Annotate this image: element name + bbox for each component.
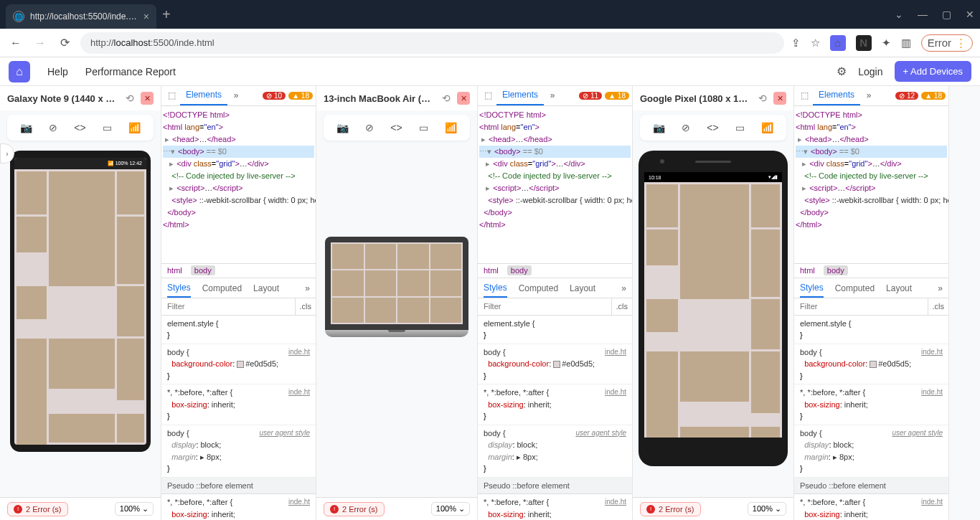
login-link[interactable]: Login — [858, 66, 882, 77]
tab-computed[interactable]: Computed — [835, 283, 875, 293]
dom-tree[interactable]: <!DOCTYPE html> <html lang="en"> ▸<head>… — [794, 106, 948, 263]
filter-input[interactable] — [478, 298, 611, 315]
tab-layout[interactable]: Layout — [886, 283, 912, 293]
performance-link[interactable]: Performance Report — [85, 66, 176, 77]
camera-icon[interactable]: 📷 — [336, 122, 349, 133]
device-toolbar: 📷 ⊘ <> ▭ 📶 — [640, 115, 786, 141]
device-header: Galaxy Note 9 (1440 x 2… ⟲ ✕ — [0, 86, 161, 110]
extensions-icon[interactable]: ✦ — [882, 37, 891, 49]
error-count[interactable]: ⊘ 12 — [895, 92, 918, 100]
error-badge[interactable]: Error⋮ — [921, 34, 973, 52]
no-touch-icon[interactable]: ⊘ — [49, 122, 57, 133]
more-icon[interactable]: » — [621, 283, 626, 293]
code-icon[interactable]: <> — [707, 122, 718, 133]
tab-styles[interactable]: Styles — [167, 283, 191, 298]
dom-tree[interactable]: <!DOCTYPE html> <html lang="en"> ▸<head>… — [478, 106, 632, 263]
filter-input[interactable] — [161, 298, 295, 315]
more-tabs-icon[interactable]: » — [229, 90, 243, 100]
inspect-icon[interactable]: ⬚ — [481, 90, 495, 100]
error-pill[interactable]: !2 Error (s) — [640, 502, 701, 516]
maximize-icon[interactable]: ▢ — [942, 9, 951, 20]
tab-styles[interactable]: Styles — [484, 283, 507, 298]
error-count[interactable]: ⊘ 11 — [579, 92, 602, 100]
app-header: ⌂ Help Performance Report ⚙ Login + Add … — [0, 57, 980, 86]
tab-layout[interactable]: Layout — [253, 283, 279, 293]
more-tabs-icon[interactable]: » — [862, 90, 876, 100]
share-icon[interactable]: ⇪ — [791, 37, 801, 49]
zoom-select[interactable]: 100% ⌄ — [115, 502, 154, 516]
more-tabs-icon[interactable]: » — [545, 90, 560, 100]
breadcrumb[interactable]: htmlbody — [478, 263, 632, 279]
tab-layout[interactable]: Layout — [570, 283, 595, 293]
device-footer: !2 Error (s) 100% ⌄ — [0, 497, 161, 520]
video-icon[interactable]: ▭ — [419, 122, 428, 133]
inspect-icon[interactable]: ⬚ — [797, 90, 811, 100]
extension-icon[interactable]: ⌂ — [830, 35, 846, 51]
more-icon[interactable]: » — [305, 283, 310, 293]
breadcrumb[interactable]: htmlbody — [794, 263, 948, 279]
tab-elements[interactable]: Elements — [813, 86, 860, 105]
zoom-select[interactable]: 100% ⌄ — [748, 502, 786, 516]
help-link[interactable]: Help — [47, 66, 68, 77]
cls-toggle[interactable]: .cls — [295, 298, 316, 315]
back-button[interactable]: ← — [7, 37, 24, 49]
address-bar[interactable]: http://localhost:5500/inde.html — [80, 32, 784, 54]
code-icon[interactable]: <> — [390, 122, 402, 133]
no-touch-icon[interactable]: ⊘ — [365, 122, 374, 133]
styles-pane[interactable]: element.style {} inde.htbody { backgroun… — [794, 316, 948, 520]
extension-icon[interactable]: N — [856, 35, 872, 51]
reload-button[interactable]: ⟳ — [56, 36, 73, 49]
warn-count[interactable]: ▲ 18 — [288, 92, 313, 100]
sidepanel-icon[interactable]: ▥ — [901, 37, 911, 49]
warn-count[interactable]: ▲ 18 — [605, 92, 629, 100]
styles-pane[interactable]: element.style {} inde.htbody { backgroun… — [478, 316, 632, 520]
bookmark-icon[interactable]: ☆ — [811, 37, 820, 49]
dom-tree[interactable]: <!DOCTYPE html> <html lang="en"> ▸<head>… — [161, 106, 316, 263]
minimize-icon[interactable]: — — [918, 9, 928, 20]
code-icon[interactable]: <> — [74, 122, 85, 133]
inspect-icon[interactable]: ⬚ — [164, 90, 179, 100]
tab-computed[interactable]: Computed — [202, 283, 242, 293]
home-icon[interactable]: ⌂ — [9, 61, 30, 82]
error-pill[interactable]: !2 Error (s) — [7, 502, 68, 516]
filter-row: .cls — [794, 298, 948, 316]
gear-icon[interactable]: ⚙ — [837, 65, 847, 78]
rotate-icon[interactable]: ⟲ — [440, 92, 453, 105]
tab-elements[interactable]: Elements — [496, 86, 544, 105]
close-device-button[interactable]: ✕ — [773, 92, 786, 105]
warn-count[interactable]: ▲ 18 — [921, 92, 946, 100]
new-tab-button[interactable]: + — [162, 6, 171, 23]
chevron-down-icon[interactable]: ⌄ — [895, 9, 903, 20]
add-devices-button[interactable]: + Add Devices — [895, 61, 971, 82]
wifi-icon[interactable]: 📶 — [761, 122, 773, 133]
video-icon[interactable]: ▭ — [735, 122, 745, 133]
video-icon[interactable]: ▭ — [103, 122, 112, 133]
cls-toggle[interactable]: .cls — [611, 298, 633, 315]
pixel-frame: 10:18▾◢▮ — [639, 151, 788, 466]
filter-row: .cls — [478, 298, 632, 316]
zoom-select[interactable]: 100% ⌄ — [431, 502, 470, 516]
styles-pane[interactable]: element.style {} inde.htbody { backgroun… — [161, 316, 316, 520]
rotate-icon[interactable]: ⟲ — [756, 92, 769, 105]
camera-icon[interactable]: 📷 — [653, 122, 665, 133]
browser-tab[interactable]: 🌐 http://localhost:5500/inde.html × — [6, 4, 156, 29]
breadcrumb[interactable]: htmlbody — [161, 263, 316, 279]
close-window-icon[interactable]: ✕ — [966, 9, 974, 20]
tab-computed[interactable]: Computed — [519, 283, 558, 293]
cls-toggle[interactable]: .cls — [928, 298, 949, 315]
error-pill[interactable]: !2 Error (s) — [324, 502, 385, 516]
close-device-button[interactable]: ✕ — [141, 92, 154, 105]
camera-icon[interactable]: 📷 — [20, 122, 32, 133]
tab-elements[interactable]: Elements — [180, 86, 227, 105]
wifi-icon[interactable]: 📶 — [445, 122, 457, 133]
wifi-icon[interactable]: 📶 — [128, 122, 141, 133]
no-touch-icon[interactable]: ⊘ — [682, 122, 690, 133]
error-count[interactable]: ⊘ 10 — [263, 92, 286, 100]
forward-button[interactable]: → — [32, 37, 49, 49]
more-icon[interactable]: » — [938, 283, 943, 293]
rotate-icon[interactable]: ⟲ — [123, 92, 136, 105]
tab-close-icon[interactable]: × — [143, 11, 149, 22]
close-device-button[interactable]: ✕ — [457, 92, 470, 105]
filter-input[interactable] — [794, 298, 928, 315]
tab-styles[interactable]: Styles — [800, 283, 824, 298]
